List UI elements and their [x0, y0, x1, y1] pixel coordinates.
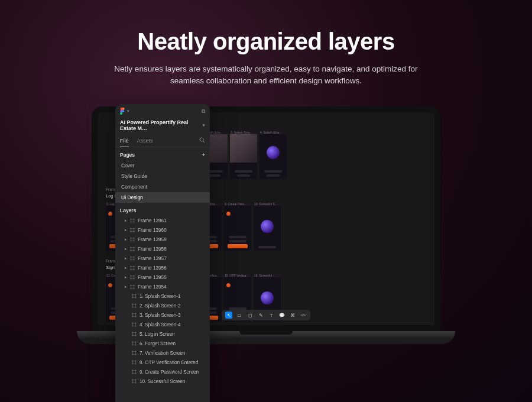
tool-frame[interactable]: ▭ [236, 312, 243, 319]
layer-label: 1. Splash Screen-1 [140, 294, 181, 299]
layer-screen[interactable]: 8. OTP Verification Entered [115, 358, 210, 367]
tool-comment[interactable]: 💬 [278, 312, 286, 319]
add-page-button[interactable]: + [202, 152, 205, 158]
pages-header: Pages [120, 152, 135, 158]
chevron-right-icon: ▸ [125, 284, 127, 289]
figma-icon [120, 108, 125, 115]
figma-menu[interactable]: ▾ [120, 108, 129, 115]
project-name[interactable]: AI Powered Propertify Real Estate M… ▾ [115, 118, 210, 135]
layer-frame[interactable]: ▸Frame 13955 [115, 273, 210, 282]
hero-title: Neatly organized layers [0, 28, 532, 55]
tool-text[interactable]: T [268, 312, 275, 319]
layer-screen[interactable]: 2. Splash Screen-2 [115, 301, 210, 310]
screen-thumbnail[interactable]: 4. Splash Scre… [259, 131, 287, 179]
chevron-right-icon: ▸ [125, 218, 127, 223]
chevron-down-icon: ▾ [127, 109, 129, 114]
layer-screen[interactable]: 6. Forget Screen [115, 339, 210, 348]
layer-label: Frame 13959 [138, 237, 167, 242]
layer-label: Frame 13957 [138, 256, 167, 261]
layer-label: 2. Splash Screen-2 [140, 303, 181, 309]
layer-label: Frame 13956 [138, 265, 167, 271]
layer-label: Frame 13961 [138, 218, 167, 223]
layer-frame[interactable]: ▸Frame 13961 [115, 216, 210, 225]
layer-label: Frame 13960 [138, 228, 167, 233]
layer-frame[interactable]: ▸Frame 13959 [115, 235, 210, 244]
svg-line-2 [203, 141, 205, 143]
page-item[interactable]: Cover [115, 160, 210, 171]
layer-label: 10. Sucessful Screen [140, 379, 185, 384]
layer-frame[interactable]: ▸Frame 13954 [115, 282, 210, 291]
tool-rect[interactable]: ◻ [246, 312, 254, 319]
chevron-right-icon: ▸ [125, 237, 127, 242]
chevron-right-icon: ▸ [125, 228, 127, 232]
project-name-label: AI Powered Propertify Real Estate M… [120, 119, 203, 131]
tab-assets[interactable]: Assets [137, 135, 153, 147]
tool-dev[interactable]: </> [300, 312, 307, 319]
chevron-right-icon: ▸ [125, 275, 127, 280]
screen-thumbnail[interactable]: 9. Create Pass… [224, 202, 251, 251]
screen-thumbnail[interactable]: 3. Splash Scre… [230, 131, 257, 179]
chevron-right-icon: ▸ [125, 265, 127, 270]
screen-thumbnail[interactable]: 10. Sucessful S… [254, 202, 281, 251]
svg-point-0 [122, 110, 124, 112]
layer-frame[interactable]: ▸Frame 13958 [115, 244, 210, 254]
layer-label: 9. Create Password Screen [140, 369, 199, 375]
layer-screen[interactable]: 3. Splash Screen-3 [115, 310, 210, 320]
svg-point-1 [200, 138, 203, 141]
layer-screen[interactable]: 1. Splash Screen-1 [115, 291, 210, 301]
figma-toolbar: ↖ ▭ ◻ ✎ T 💬 ⌘ </> [222, 310, 310, 320]
layer-screen[interactable]: 4. Splash Screen-4 [115, 320, 210, 329]
layer-label: 7. Verification Screen [140, 351, 185, 356]
page-item[interactable]: Style Guide [115, 171, 210, 181]
tool-actions[interactable]: ⌘ [289, 312, 296, 319]
tab-file[interactable]: File [120, 135, 129, 147]
page-item[interactable]: Ui Design [115, 192, 210, 203]
layer-frame[interactable]: ▸Frame 13960 [115, 225, 210, 235]
chevron-right-icon: ▸ [125, 256, 127, 261]
layer-label: 4. Splash Screen-4 [140, 322, 181, 328]
tool-pen[interactable]: ✎ [257, 312, 264, 319]
layer-label: 3. Splash Screen-3 [140, 313, 181, 318]
tool-move[interactable]: ↖ [225, 312, 232, 319]
layer-label: 5. Log in Screen [140, 332, 175, 337]
search-icon[interactable] [199, 137, 205, 144]
hero-subtitle: Netly ensures layers are systematically … [100, 63, 432, 87]
layer-screen[interactable]: 10. Sucessful Screen [115, 377, 210, 386]
page-item[interactable]: Component [115, 181, 210, 192]
chevron-right-icon: ▸ [125, 247, 127, 251]
layer-label: Frame 13955 [138, 275, 167, 280]
layer-label: 8. OTP Verification Entered [140, 360, 198, 365]
chevron-down-icon: ▾ [203, 123, 205, 128]
layer-frame[interactable]: ▸Frame 13956 [115, 263, 210, 273]
layers-panel: ▾ ⧉ AI Powered Propertify Real Estate M…… [115, 104, 210, 402]
layer-frame[interactable]: ▸Frame 13957 [115, 254, 210, 263]
layer-label: 6. Forget Screen [140, 341, 176, 346]
panel-collapse-icon[interactable]: ⧉ [202, 108, 205, 115]
layers-header: Layers [120, 208, 136, 213]
layer-screen[interactable]: 7. Verification Screen [115, 348, 210, 358]
layer-label: Frame 13954 [138, 284, 167, 290]
layer-label: Frame 13958 [138, 247, 167, 252]
layer-screen[interactable]: 9. Create Password Screen [115, 367, 210, 377]
layer-screen[interactable]: 5. Log in Screen [115, 329, 210, 339]
